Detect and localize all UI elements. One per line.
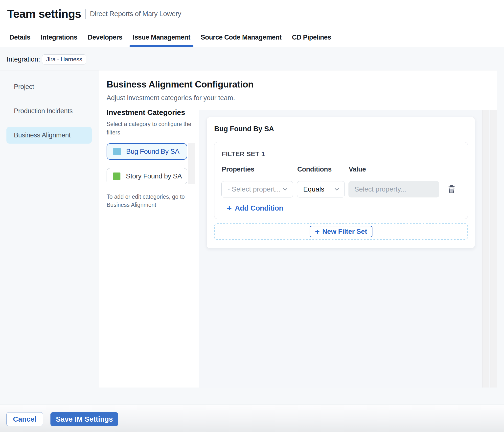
- filter-card-title: Bug Found By SA: [214, 125, 274, 133]
- category-list: Bug Found By SA Story Found by SA: [107, 143, 187, 184]
- investment-categories-section: Investment Categories Select a category …: [107, 108, 199, 209]
- page-subtitle: Direct Reports of Mary Lowery: [90, 10, 181, 18]
- categories-divider: [199, 110, 199, 388]
- property-select[interactable]: - Select propert...: [221, 181, 293, 197]
- save-im-settings-button[interactable]: Save IM Settings: [50, 412, 118, 426]
- bug-category-label: Bug Found By SA: [126, 148, 179, 155]
- new-filter-set-zone: + New Filter Set: [214, 223, 468, 240]
- sidebar-item-production-incidents[interactable]: Production Incidents: [6, 103, 92, 119]
- inner-scrollbar-track[interactable]: [482, 110, 489, 388]
- tab-issue-management[interactable]: Issue Management: [133, 28, 190, 47]
- story-category-label: Story Found by SA: [126, 172, 182, 180]
- sidebar-item-business-alignment[interactable]: Business Alignment: [6, 127, 92, 144]
- tab-cd-pipelines[interactable]: CD Pipelines: [292, 28, 331, 47]
- bug-category-swatch: [113, 148, 121, 155]
- value-column-label: Value: [349, 166, 366, 173]
- title-divider: [85, 9, 86, 19]
- settings-side-nav: Project Production Incidents Business Al…: [0, 70, 99, 388]
- filter-set-box: FILTER SET 1 Properties Conditions Value…: [214, 142, 468, 219]
- filter-condition-row: - Select propert... Equals: [214, 181, 468, 197]
- dashed-border: [214, 223, 468, 240]
- category-story-found-by-sa[interactable]: Story Found by SA: [107, 168, 187, 184]
- tab-integrations[interactable]: Integrations: [41, 28, 77, 47]
- add-condition-button[interactable]: + Add Condition: [227, 203, 283, 213]
- filter-card: Bug Found By SA FILTER SET 1 Properties …: [206, 117, 475, 248]
- add-condition-label: Add Condition: [235, 204, 283, 212]
- story-category-swatch: [113, 173, 120, 180]
- categories-note: To add or edit categories, go to Busines…: [107, 193, 191, 209]
- chevron-down-icon: [334, 187, 340, 192]
- category-bug-found-by-sa[interactable]: Bug Found By SA: [107, 143, 187, 160]
- condition-select[interactable]: Equals: [297, 181, 345, 197]
- value-input[interactable]: [348, 181, 439, 197]
- footer-action-bar: Cancel Save IM Settings: [0, 405, 504, 432]
- investment-categories-title: Investment Categories: [107, 108, 199, 117]
- property-select-value: - Select propert...: [228, 185, 280, 193]
- page-title: Team settings: [7, 7, 81, 21]
- integration-chip[interactable]: Jira - Harness: [42, 54, 86, 65]
- trash-icon: [447, 184, 456, 194]
- properties-column-label: Properties: [222, 166, 254, 173]
- filter-set-label: FILTER SET 1: [222, 150, 265, 158]
- cancel-button[interactable]: Cancel: [6, 412, 43, 426]
- conditions-column-label: Conditions: [297, 166, 332, 173]
- investment-categories-helper: Select a category to configure the filte…: [107, 120, 195, 137]
- integration-row: Integration: Jira - Harness: [0, 47, 504, 70]
- tab-developers[interactable]: Developers: [88, 28, 122, 47]
- chevron-down-icon: [282, 187, 288, 192]
- main-panel: Business Alignment Configuration Adjust …: [99, 70, 497, 388]
- section-subheading: Adjust investment categories for your te…: [107, 94, 235, 102]
- category-scrollbar-track[interactable]: [188, 143, 195, 184]
- page-header: Team settings Direct Reports of Mary Low…: [0, 0, 504, 28]
- outer-scrollbar-track[interactable]: [490, 110, 497, 388]
- tab-bar: Details Integrations Developers Issue Ma…: [0, 28, 504, 47]
- condition-select-value: Equals: [303, 185, 324, 193]
- tab-source-code-management[interactable]: Source Code Management: [201, 28, 281, 47]
- section-heading: Business Alignment Configuration: [107, 79, 253, 90]
- delete-condition-button[interactable]: [446, 184, 457, 195]
- sidebar-item-project[interactable]: Project: [6, 78, 92, 95]
- plus-icon: +: [227, 203, 232, 213]
- tab-details[interactable]: Details: [9, 28, 30, 47]
- integration-label: Integration:: [7, 56, 40, 63]
